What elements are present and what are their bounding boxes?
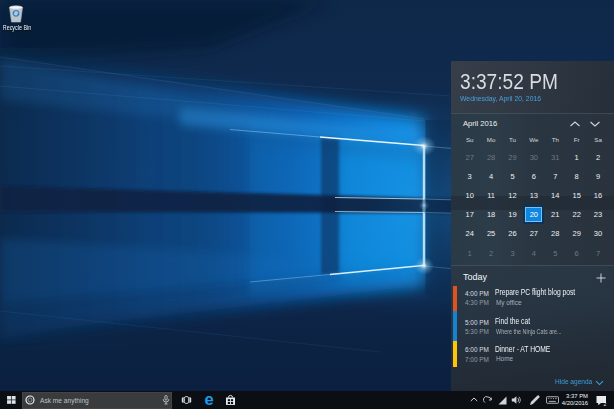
svg-text:2: 2 [604,401,607,407]
